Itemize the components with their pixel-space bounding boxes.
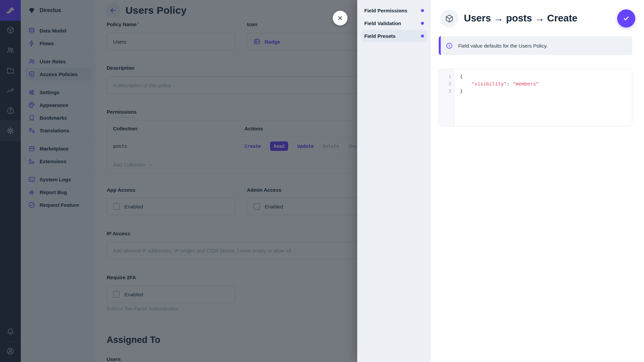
drawer-title: Users → posts → Create — [464, 13, 577, 24]
drawer-backdrop[interactable] — [0, 0, 358, 362]
line-number: 1 — [439, 73, 451, 80]
editor-gutter: 1 2 3 — [439, 69, 454, 126]
close-drawer-button[interactable] — [333, 11, 347, 25]
menu-item-label: Field Presets — [364, 33, 395, 39]
code-area[interactable]: { "visibility": "members" } — [454, 69, 632, 126]
drawer-content: Users → posts → Create Field value defau… — [431, 0, 644, 362]
check-icon — [622, 14, 631, 23]
field-presets-drawer: Field Permissions Field Validation Field… — [357, 0, 644, 362]
json-value: "members" — [513, 81, 539, 86]
directus-app: Directus Data Model Flows User Roles Acc… — [0, 0, 644, 362]
drawer-header-icon-circle — [440, 9, 458, 27]
code-line: } — [460, 88, 463, 94]
code-line: "visibility": "members" — [460, 81, 539, 86]
code-line: { — [460, 74, 463, 79]
save-button[interactable] — [617, 9, 635, 27]
menu-item-label: Field Permissions — [364, 8, 407, 13]
menu-item-field-presets[interactable]: Field Presets — [361, 30, 427, 42]
status-dot-icon — [421, 35, 424, 38]
cube-icon — [445, 14, 454, 23]
menu-item-field-permissions[interactable]: Field Permissions — [361, 4, 427, 16]
notice-text: Field value defaults for the Users Polic… — [458, 43, 548, 49]
status-dot-icon — [421, 9, 424, 12]
line-number: 2 — [439, 80, 451, 87]
presets-code-editor: 1 2 3 { "visibility": "members" } — [439, 69, 632, 126]
line-number: 3 — [439, 87, 451, 95]
info-notice: Field value defaults for the Users Polic… — [439, 36, 632, 55]
menu-item-label: Field Validation — [364, 20, 401, 26]
info-icon — [446, 42, 453, 49]
drawer-menu: Field Permissions Field Validation Field… — [357, 0, 431, 362]
menu-item-field-validation[interactable]: Field Validation — [361, 17, 427, 29]
close-icon — [336, 14, 344, 22]
json-key: "visibility" — [472, 81, 507, 86]
status-dot-icon — [421, 22, 424, 25]
